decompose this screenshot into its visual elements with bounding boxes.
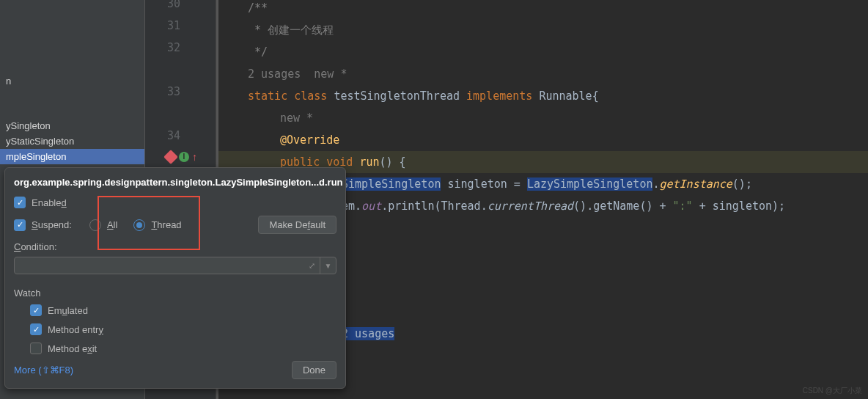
make-default-button[interactable]: Make Default bbox=[258, 216, 336, 234]
type-name: Runnable bbox=[539, 89, 592, 103]
done-button[interactable]: Done bbox=[292, 361, 336, 379]
method-name: run bbox=[359, 155, 379, 169]
line-number: 33 bbox=[167, 85, 180, 98]
dot: . bbox=[652, 177, 659, 191]
method-call: getInstance bbox=[660, 177, 732, 191]
code-text: singleton = bbox=[441, 177, 526, 191]
method-exit-label: Method exit bbox=[48, 343, 97, 354]
breakpoint-popup: org.example.spring.designpattern.singlet… bbox=[4, 167, 346, 389]
suspend-thread-radio[interactable] bbox=[133, 219, 145, 231]
annotation: @Override bbox=[280, 133, 339, 147]
line-number: 34 bbox=[167, 129, 180, 142]
class-name: testSingletonThread bbox=[334, 89, 460, 103]
watermark: CSDN @大厂小菜 bbox=[803, 386, 862, 396]
override-up-icon[interactable]: ↑ bbox=[192, 151, 197, 163]
popup-title: org.example.spring.designpattern.singlet… bbox=[14, 177, 336, 188]
enabled-label: Enabled bbox=[32, 197, 67, 208]
keyword: static bbox=[248, 89, 287, 103]
new-hint: new * bbox=[280, 111, 313, 125]
code-text: ().getName() + bbox=[573, 200, 672, 213]
condition-label: Condition: bbox=[14, 241, 57, 252]
method-entry-label: Method entry bbox=[48, 324, 103, 335]
suspend-label: Suspend: bbox=[32, 219, 72, 230]
enabled-checkbox[interactable]: ✓ bbox=[14, 197, 26, 208]
suspend-all-radio[interactable] bbox=[89, 219, 101, 231]
sidebar-item[interactable]: yStaticSingleton bbox=[0, 133, 144, 149]
parens: () { bbox=[379, 155, 405, 169]
keyword: implements bbox=[466, 89, 532, 103]
type-name: SimpleSingleton bbox=[342, 177, 441, 191]
code-comment: /** bbox=[248, 1, 268, 15]
thread-label: Thread bbox=[151, 219, 181, 230]
condition-dropdown[interactable]: ▼ bbox=[320, 257, 336, 274]
code-text: (); bbox=[732, 177, 752, 191]
more-link[interactable]: More (⇧⌘F8) bbox=[14, 365, 73, 376]
code-comment: */ bbox=[248, 45, 268, 59]
sidebar-item-selected[interactable]: mpleSingleton bbox=[0, 149, 144, 164]
code-text: + singleton); bbox=[693, 200, 785, 213]
code-text: .println(Thread. bbox=[381, 200, 488, 213]
method-exit-checkbox[interactable] bbox=[30, 343, 42, 354]
line-number: 30 bbox=[167, 0, 180, 10]
condition-input[interactable]: ⤢ ▼ bbox=[14, 257, 336, 274]
method-call: currentThread bbox=[488, 200, 573, 213]
emulated-checkbox[interactable]: ✓ bbox=[30, 304, 42, 316]
breakpoint-icon[interactable] bbox=[163, 150, 178, 164]
keyword: class bbox=[294, 89, 327, 103]
usages-hint[interactable]: 2 usages bbox=[342, 327, 394, 340]
all-label: All bbox=[107, 219, 117, 230]
line-number: 32 bbox=[167, 41, 180, 54]
implementation-icon[interactable]: I bbox=[179, 152, 189, 162]
string-literal: ":" bbox=[673, 200, 693, 213]
code-comment: * 创建一个线程 bbox=[248, 23, 334, 37]
expand-icon[interactable]: ⤢ bbox=[309, 261, 315, 271]
sidebar-item[interactable]: ySingleton bbox=[0, 118, 144, 133]
sidebar-item[interactable]: n bbox=[0, 73, 144, 89]
method-entry-checkbox[interactable]: ✓ bbox=[30, 323, 42, 335]
type-name: LazySimpleSingleton bbox=[527, 177, 653, 191]
field: out bbox=[361, 200, 381, 213]
brace: { bbox=[592, 89, 599, 103]
suspend-checkbox[interactable]: ✓ bbox=[14, 219, 26, 231]
line-number: 31 bbox=[167, 19, 180, 32]
usages-hint[interactable]: 2 usages bbox=[248, 67, 301, 81]
new-hint: new * bbox=[314, 67, 347, 81]
emulated-label: Emulated bbox=[48, 305, 88, 316]
watch-label: Watch bbox=[14, 288, 336, 299]
